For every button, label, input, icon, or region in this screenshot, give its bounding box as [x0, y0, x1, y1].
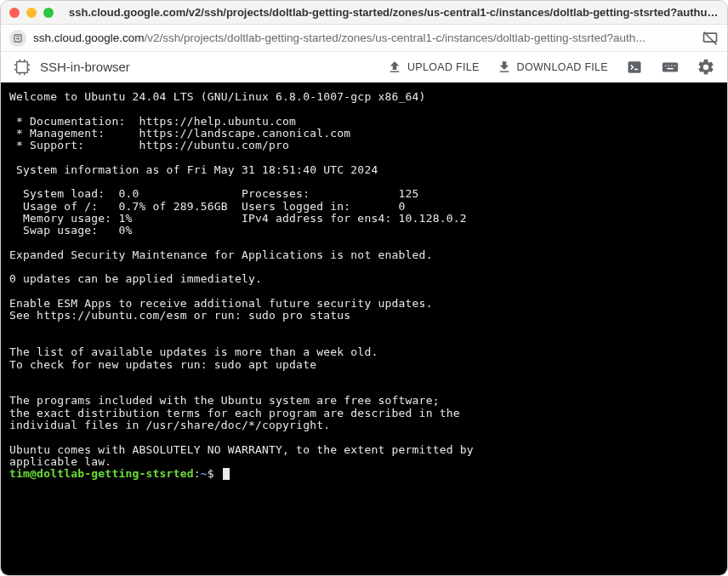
terminal-output[interactable]: Welcome to Ubuntu 24.04 LTS (GNU/Linux 6…	[1, 83, 727, 575]
window-title: ssh.cloud.google.com/v2/ssh/projects/dol…	[69, 6, 719, 19]
svg-rect-5	[17, 61, 28, 72]
download-label: DOWNLOAD FILE	[517, 61, 608, 73]
svg-rect-14	[628, 61, 641, 72]
prompt-path: ~	[201, 467, 208, 480]
svg-point-18	[668, 65, 668, 66]
terminal-body: Welcome to Ubuntu 24.04 LTS (GNU/Linux 6…	[9, 90, 474, 468]
address-host: ssh.cloud.google.com	[33, 31, 145, 44]
app-toolbar: SSH-in-browser UPLOAD FILE DOWNLOAD FILE	[1, 52, 727, 83]
address-bar[interactable]: ssh.cloud.google.com/v2/ssh/projects/dol…	[1, 25, 727, 52]
download-file-button[interactable]: DOWNLOAD FILE	[497, 60, 608, 75]
prompt-user: tim@doltlab-getting-stsrted	[9, 467, 194, 480]
close-window-button[interactable]	[9, 8, 20, 18]
screen-share-blocked-icon[interactable]	[702, 30, 719, 47]
terminal-cursor	[223, 468, 230, 480]
site-info-icon[interactable]	[9, 30, 26, 47]
terminal-icon[interactable]	[625, 58, 644, 77]
window-controls	[9, 8, 54, 18]
address-path: /v2/ssh/projects/doltlab-getting-started…	[145, 31, 646, 44]
ssh-app-icon	[13, 58, 31, 77]
svg-rect-21	[667, 67, 673, 68]
upload-file-button[interactable]: UPLOAD FILE	[387, 60, 480, 75]
svg-point-19	[671, 65, 672, 66]
window-titlebar: ssh.cloud.google.com/v2/ssh/projects/dol…	[1, 1, 727, 25]
svg-point-20	[674, 65, 675, 66]
svg-rect-16	[663, 62, 678, 71]
minimize-window-button[interactable]	[26, 8, 37, 18]
maximize-window-button[interactable]	[43, 8, 54, 18]
svg-point-17	[665, 65, 666, 66]
address-text: ssh.cloud.google.com/v2/ssh/projects/dol…	[33, 31, 695, 44]
prompt-dollar: $	[208, 467, 214, 480]
prompt-sep: :	[194, 467, 201, 480]
app-title: SSH-in-browser	[40, 60, 130, 74]
upload-label: UPLOAD FILE	[407, 61, 480, 73]
keyboard-icon[interactable]	[661, 58, 680, 77]
settings-gear-icon[interactable]	[697, 58, 715, 77]
